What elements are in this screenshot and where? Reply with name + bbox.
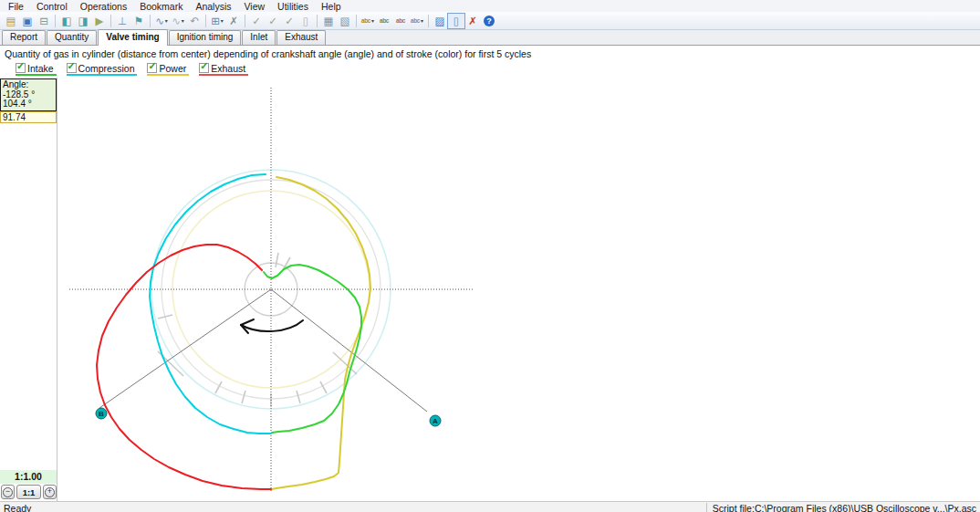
chevron-down-icon: ▾ <box>165 17 168 24</box>
check-3-icon: ✓ <box>285 15 294 27</box>
signal-options-2-button[interactable]: ∿▾ <box>170 14 186 28</box>
script-file-path: Script file:C:\Program Files (x86)\USB O… <box>707 503 980 512</box>
legend-compression[interactable]: ✓Compression <box>67 63 138 76</box>
scale-tick <box>320 381 327 393</box>
script-open-button[interactable]: abc▾ <box>360 14 376 28</box>
scale-tick <box>297 391 300 403</box>
script-options-icon: abc <box>411 17 420 24</box>
check-1-button[interactable]: ✓ <box>248 14 265 28</box>
rotation-arrow-head <box>241 319 254 325</box>
marker-b[interactable]: B <box>96 408 107 419</box>
menu-operations[interactable]: Operations <box>74 1 133 12</box>
zoom-in-button[interactable]: + <box>43 485 57 499</box>
zoom-out-button[interactable]: − <box>1 485 15 499</box>
open-button[interactable]: ▤ <box>3 14 19 28</box>
signal-options-2-icon: ∿ <box>172 15 181 27</box>
legend-power[interactable]: ✓Power <box>147 63 189 76</box>
delete-button[interactable]: ✗ <box>464 14 481 28</box>
scale-tick <box>242 391 245 403</box>
menu-control[interactable]: Control <box>30 1 74 12</box>
scale-tick <box>215 381 222 393</box>
check-2-icon: ✓ <box>268 15 277 27</box>
tab-strip: ReportQuantityValve timingIgnition timin… <box>0 30 980 46</box>
copy-graph-button[interactable]: ◧ <box>58 14 75 28</box>
checkbox-exhaust[interactable]: ✓ <box>199 63 209 73</box>
legend-exhaust[interactable]: ✓Exhaust <box>199 63 248 76</box>
export-arrow-button[interactable]: ▶ <box>91 14 108 28</box>
open-icon: ▤ <box>6 15 16 27</box>
crank-ray <box>99 289 271 408</box>
plot-svg[interactable]: BA <box>0 78 980 501</box>
svg-text:A: A <box>433 417 438 425</box>
image-view-button[interactable]: ▨ <box>432 14 448 28</box>
help-icon: ? <box>484 16 495 26</box>
flag-button[interactable]: ⚑ <box>130 14 147 28</box>
angle-max-value: 104.4 ° <box>3 99 54 110</box>
check-icon: ✓ <box>68 60 76 72</box>
script-options-button[interactable]: abc▾ <box>409 14 425 28</box>
legend-label: Power <box>159 63 186 74</box>
print-button[interactable]: ⊟ <box>36 14 52 28</box>
marker-a[interactable]: A <box>430 415 441 426</box>
plot-content: BA Angle: -128.5 ° 104.4 ° 91.74 1:1.00 … <box>0 78 980 501</box>
tab-exhaust[interactable]: Exhaust <box>276 30 326 45</box>
cross-tool-icon: ✗ <box>229 15 238 27</box>
chevron-down-icon: ▾ <box>182 17 184 24</box>
cursor-perpendicular-button[interactable]: ⊥ <box>114 14 130 28</box>
undo-button[interactable]: ↶ <box>186 14 203 28</box>
menu-bookmark[interactable]: Bookmark <box>133 1 189 12</box>
tab-ignition-timing[interactable]: Ignition timing <box>169 30 242 45</box>
tab-inlet[interactable]: Inlet <box>242 30 276 45</box>
curve-exhaust <box>97 245 271 489</box>
measure-button[interactable]: ⊞▾ <box>209 14 225 28</box>
new-document-button[interactable]: ▯ <box>448 14 464 28</box>
tab-quantity[interactable]: Quantity <box>47 30 97 45</box>
menu-bar: FileControlOperationsBookmarkAnalysisVie… <box>0 0 980 12</box>
tab-report[interactable]: Report <box>2 30 46 45</box>
minus-circle-icon: − <box>3 487 13 497</box>
save-button[interactable]: ▣ <box>19 14 36 28</box>
chevron-down-icon: ▾ <box>421 17 423 24</box>
flag-icon: ⚑ <box>134 15 143 27</box>
menu-view[interactable]: View <box>238 1 272 12</box>
measure-icon: ⊞ <box>211 15 220 27</box>
zoom-button-row: − 1:1 + <box>0 484 57 501</box>
table-export-button[interactable]: ▧ <box>337 14 353 28</box>
check-icon: ✓ <box>16 60 25 72</box>
legend-intake[interactable]: ✓Intake <box>16 63 57 76</box>
signal-options-button[interactable]: ∿▾ <box>153 14 170 28</box>
script-stop-button[interactable]: abc <box>392 14 409 28</box>
table-button[interactable]: ▦ <box>320 14 337 28</box>
zoom-reset-button[interactable]: 1:1 <box>16 485 41 499</box>
scale-readout: 1:1.00 <box>0 470 57 484</box>
checkbox-compression[interactable]: ✓ <box>67 63 77 73</box>
toolbar-separator <box>317 15 318 27</box>
delete-icon: ✗ <box>468 15 477 27</box>
menu-utilities[interactable]: Utilities <box>271 1 315 12</box>
check-2-button[interactable]: ✓ <box>265 14 281 28</box>
description-bar: Quantity of gas in cylinder (distance fr… <box>0 46 980 61</box>
check-1-icon: ✓ <box>252 15 261 27</box>
curve-compression <box>150 174 271 434</box>
copy-screen-icon: ◨ <box>78 15 89 27</box>
cross-tool-button[interactable]: ✗ <box>225 14 242 28</box>
checkbox-power[interactable]: ✓ <box>147 63 157 73</box>
tab-valve-timing[interactable]: Valve timing <box>98 29 167 46</box>
menu-help[interactable]: Help <box>315 1 348 12</box>
copy-screen-button[interactable]: ◨ <box>75 14 91 28</box>
check-3-button[interactable]: ✓ <box>281 14 297 28</box>
copy-graph-icon: ◧ <box>62 15 72 27</box>
toolbar-separator <box>110 15 111 27</box>
help-button[interactable]: ? <box>481 14 497 28</box>
toolbar-separator <box>428 15 429 27</box>
new-document-icon: ▯ <box>454 15 459 27</box>
toolbar-separator <box>356 15 357 27</box>
menu-analysis[interactable]: Analysis <box>189 1 237 12</box>
undo-icon: ↶ <box>190 15 199 27</box>
toolbar-separator <box>150 15 151 27</box>
script-run-button[interactable]: abc <box>376 14 392 28</box>
checkbox-intake[interactable]: ✓ <box>16 63 26 73</box>
menu-file[interactable]: File <box>2 1 30 12</box>
document-button[interactable]: ▯ <box>297 14 314 28</box>
curve-power <box>272 177 370 489</box>
